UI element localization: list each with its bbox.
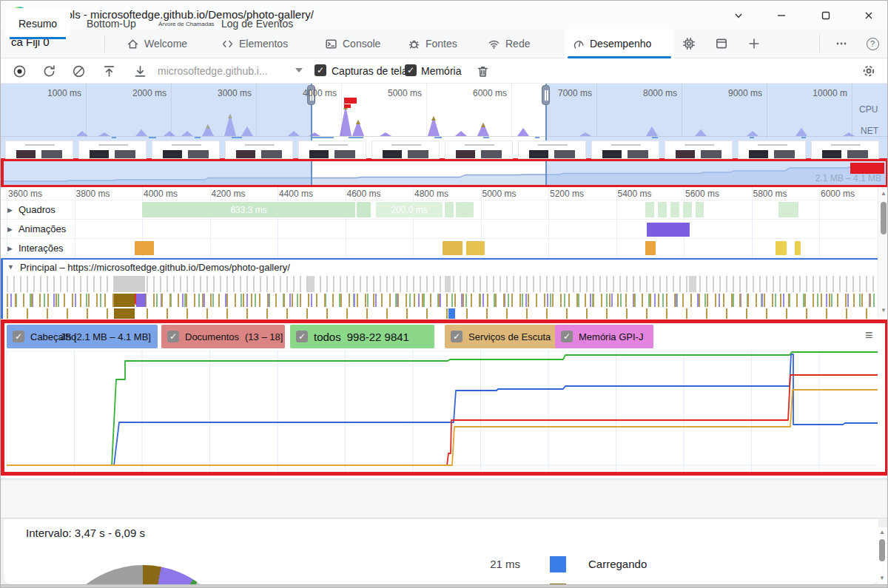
chevron-right-icon[interactable]: ▶	[7, 226, 13, 233]
close-button[interactable]	[858, 8, 880, 23]
flame-block[interactable]	[136, 294, 146, 307]
counter-chip-3[interactable]: ✓todos998-22 9841	[290, 325, 434, 348]
timeline-bar[interactable]	[443, 241, 462, 255]
detail-tick-label: 5400 ms	[618, 189, 652, 199]
screenshot-thumbnail[interactable]	[811, 141, 879, 159]
load-profile-button[interactable]	[99, 61, 118, 81]
chevron-right-icon[interactable]: ▶	[7, 206, 13, 214]
counter-checkbox[interactable]: ✓	[451, 331, 462, 342]
chevron-down-icon[interactable]	[727, 8, 750, 23]
track-interactions[interactable]: ▶ Interações	[1, 239, 878, 258]
tab-fontes[interactable]: Fontes	[400, 29, 471, 58]
summary-scrollbar[interactable]: ▲ ▼	[877, 527, 887, 584]
minimize-button[interactable]	[770, 8, 793, 23]
tab-desempenho[interactable]: Desempenho	[565, 29, 674, 58]
counter-checkbox[interactable]: ✓	[561, 331, 573, 342]
chevron-down-icon[interactable]	[295, 68, 303, 72]
flame-chart-band[interactable]	[7, 308, 876, 319]
tracks-scrollbar[interactable]: ▲ ▼	[878, 187, 888, 319]
scroll-up-icon[interactable]: ▲	[878, 190, 888, 197]
chip-icon[interactable]	[679, 34, 699, 53]
trash-button[interactable]	[473, 61, 492, 81]
clear-button[interactable]	[69, 61, 88, 81]
net-request-dash	[652, 137, 658, 138]
bottom-tab-log-de-eventos[interactable]: Log de Eventos	[208, 8, 306, 39]
timeline-bar[interactable]: 633.3 ms	[142, 202, 355, 217]
flame-block[interactable]	[308, 276, 314, 292]
timeline-bar[interactable]	[445, 202, 454, 217]
tab-console[interactable]: Console	[317, 29, 395, 58]
timeline-bar[interactable]	[456, 202, 474, 217]
settings-gear-icon[interactable]	[859, 61, 878, 81]
counter-checkbox[interactable]: ✓	[167, 331, 179, 342]
bottom-tab-bottom-up[interactable]: Bottom-Up	[73, 8, 149, 39]
selection-grip-right[interactable]	[542, 85, 550, 105]
timeline-bar[interactable]	[135, 241, 154, 255]
scroll-down-icon[interactable]: ▼	[877, 575, 887, 581]
timeline-bar[interactable]	[778, 202, 798, 217]
net-request-dash	[149, 137, 156, 138]
timeline-bar[interactable]	[776, 241, 787, 255]
record-button[interactable]	[10, 61, 29, 81]
screenshots-checkbox[interactable]: ✓	[314, 64, 326, 76]
screenshot-thumbnail[interactable]	[591, 141, 659, 159]
screenshot-thumbnail[interactable]	[5, 141, 73, 159]
more-icon[interactable]	[831, 34, 852, 53]
track-main-thread[interactable]: ▼ Principal – https://microsoftedge.gith…	[1, 258, 878, 274]
timeline-bar[interactable]	[683, 202, 692, 217]
timeline-bar[interactable]: 200.0 ms	[376, 202, 443, 217]
flame-block[interactable]	[114, 308, 135, 319]
scrollbar-thumb[interactable]	[881, 202, 887, 234]
tab-rede[interactable]: Rede	[480, 29, 543, 58]
reload-button[interactable]	[39, 61, 58, 81]
counter-chip-5[interactable]: ✓Memória GPI-J	[555, 325, 653, 348]
counter-chip-1[interactable]: ✓CabeçalhoJS [2.1 MB – 4.1 MB]	[7, 325, 158, 348]
panels-icon[interactable]	[711, 34, 732, 53]
save-profile-button[interactable]	[130, 61, 149, 81]
track-animations[interactable]: ▶ Animações	[1, 220, 878, 239]
maximize-button[interactable]	[815, 8, 837, 23]
flame-block[interactable]	[445, 276, 451, 292]
counter-checkbox[interactable]: ✓	[296, 331, 308, 342]
help-icon[interactable]: ?	[862, 34, 883, 53]
memory-checkbox[interactable]: ✓	[405, 64, 417, 76]
timeline-bar[interactable]	[645, 241, 655, 255]
net-request-dash	[349, 137, 363, 138]
screenshot-thumbnail[interactable]	[298, 141, 366, 159]
counter-chip-2[interactable]: ✓Documentos(13 – 18]	[161, 325, 285, 348]
timeline-bar[interactable]	[645, 202, 654, 217]
plus-icon[interactable]	[744, 34, 764, 53]
flame-block[interactable]	[689, 276, 696, 292]
timeline-bar[interactable]	[670, 202, 679, 217]
bar-duration-label: 200.0 ms	[391, 205, 427, 215]
timeline-bar[interactable]	[696, 202, 704, 217]
flame-block[interactable]	[114, 294, 135, 307]
timeline-bar[interactable]	[357, 202, 371, 217]
screenshot-thumbnail[interactable]	[225, 141, 293, 159]
screenshot-thumbnail[interactable]	[445, 141, 513, 159]
timeline-bar[interactable]	[795, 241, 801, 255]
detail-tick-label: 4000 ms	[144, 189, 178, 199]
flame-block[interactable]	[448, 308, 455, 319]
screenshot-thumbnail[interactable]	[738, 141, 806, 159]
target-selector[interactable]: microsoftedge.github.i...	[158, 65, 268, 77]
screenshot-thumbnail[interactable]	[78, 141, 147, 159]
scrollbar-thumb[interactable]	[879, 539, 885, 561]
scroll-down-icon[interactable]: ▼	[878, 307, 888, 314]
screenshot-thumbnail[interactable]	[518, 141, 586, 159]
counter-checkbox[interactable]: ✓	[13, 331, 24, 342]
chevron-right-icon[interactable]: ▶	[7, 245, 13, 252]
timeline-bar[interactable]	[658, 202, 667, 217]
chevron-down-icon[interactable]: ▼	[7, 263, 14, 271]
scroll-up-icon[interactable]: ▲	[877, 529, 887, 535]
flame-block[interactable]	[114, 276, 145, 292]
bottom-tab-resumo[interactable]: Resumo	[5, 8, 70, 39]
screenshot-thumbnail[interactable]	[371, 141, 440, 159]
tab-label: Fontes	[426, 38, 457, 50]
detail-tick-label: 5800 ms	[753, 189, 787, 199]
timeline-bar[interactable]	[647, 223, 690, 237]
counter-chip-4[interactable]: ✓Serviços de Escuta[41 – 68]	[445, 325, 558, 348]
timeline-bar[interactable]	[466, 241, 485, 255]
screenshot-thumbnail[interactable]	[152, 141, 220, 159]
screenshot-thumbnail[interactable]	[665, 141, 733, 159]
